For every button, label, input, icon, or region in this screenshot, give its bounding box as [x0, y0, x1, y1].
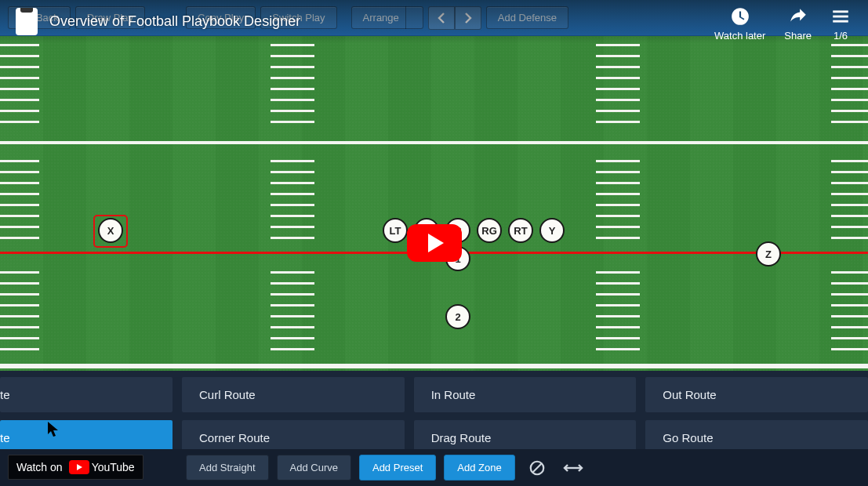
route-col-1: tete: [0, 371, 173, 449]
svg-rect-4: [833, 16, 848, 18]
player-rg[interactable]: RG: [477, 218, 502, 243]
clock-icon: [730, 6, 750, 27]
player-rt[interactable]: RT: [508, 218, 533, 243]
add-preset-button[interactable]: Add Preset: [359, 455, 436, 481]
add-straight-button[interactable]: Add Straight: [186, 455, 269, 481]
clear-icon[interactable]: [523, 455, 551, 481]
yardline: [0, 141, 868, 144]
share-button[interactable]: Share: [784, 6, 812, 42]
watch-later-button[interactable]: Watch later: [714, 6, 765, 42]
route-te[interactable]: te: [0, 377, 173, 412]
add-curve-button[interactable]: Add Curve: [277, 455, 351, 481]
hash-marks: [831, 36, 868, 371]
swap-icon[interactable]: [559, 455, 587, 481]
player-2[interactable]: 2: [445, 304, 470, 329]
youtube-header-overlay: Overview of Football Playbook Designer W…: [0, 0, 868, 43]
route-col-2: Curl RouteCorner Route: [182, 371, 405, 449]
route-in-route[interactable]: In Route: [414, 377, 637, 412]
add-zone-button[interactable]: Add Zone: [444, 455, 514, 481]
share-label: Share: [784, 30, 812, 42]
route-out-route[interactable]: Out Route: [645, 377, 868, 412]
video-title[interactable]: Overview of Football Playbook Designer: [49, 13, 300, 30]
video-frame: Go Back Draw Play Copy Play Switch Play …: [0, 0, 868, 486]
youtube-icon: [69, 460, 89, 474]
route-col-3: In RouteDrag Route: [414, 371, 637, 449]
player-z[interactable]: Z: [756, 241, 781, 267]
watch-later-label: Watch later: [714, 30, 765, 42]
svg-rect-5: [833, 20, 848, 23]
hash-marks: [596, 36, 640, 371]
route-panels: tete Curl RouteCorner Route In RouteDrag…: [0, 371, 868, 449]
field-texture: [0, 36, 868, 371]
hash-marks: [271, 36, 314, 371]
channel-avatar[interactable]: [16, 8, 38, 35]
player-y[interactable]: Y: [539, 218, 565, 243]
share-icon: [788, 6, 808, 27]
youtube-logo: YouTube: [69, 460, 135, 474]
player-lt[interactable]: LT: [383, 218, 408, 243]
youtube-play-button[interactable]: [407, 224, 462, 262]
svg-line-1: [532, 463, 541, 472]
watch-on-label: Watch on: [16, 461, 63, 473]
watch-on-youtube[interactable]: Watch on YouTube: [8, 455, 143, 480]
playlist-icon: [830, 6, 851, 27]
svg-rect-3: [833, 10, 848, 13]
cursor-icon: [47, 421, 61, 441]
playlist-position: 1/6: [833, 30, 848, 42]
yardline: [0, 364, 868, 368]
football-field[interactable]: XLTLGCRGRTY12Z: [0, 36, 868, 371]
hash-marks: [0, 36, 39, 371]
playlist-nav-button[interactable]: 1/6: [830, 6, 851, 42]
route-curl-route[interactable]: Curl Route: [182, 377, 405, 412]
player-x[interactable]: X: [98, 218, 123, 243]
route-col-4: Out RouteGo Route: [645, 371, 868, 449]
